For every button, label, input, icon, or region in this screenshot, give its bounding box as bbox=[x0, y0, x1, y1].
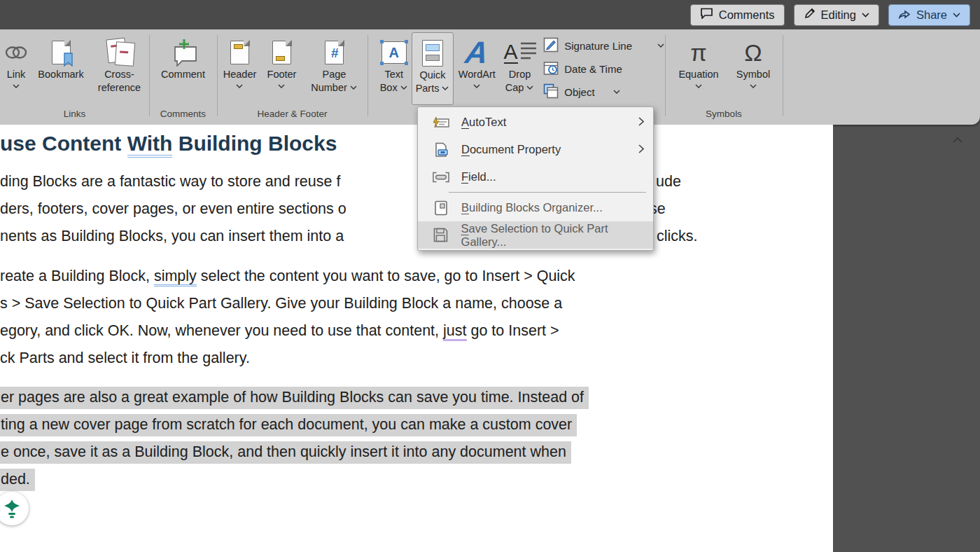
quick-parts-dropdown-menu: AutoText Document Property Field... Buil… bbox=[417, 106, 654, 251]
menu-item-field[interactable]: Field... bbox=[418, 163, 653, 191]
wordart-button[interactable]: A WordArt bbox=[454, 32, 500, 105]
heading-grammar-flagged-word: With bbox=[127, 132, 173, 158]
equation-pi-icon: π bbox=[690, 41, 706, 64]
chevron-down-icon bbox=[750, 84, 757, 89]
submenu-arrow-icon bbox=[638, 143, 644, 156]
object-button[interactable]: Object bbox=[543, 82, 665, 102]
bookmark-button[interactable]: Bookmark bbox=[32, 32, 90, 105]
comment-button-label: Comment bbox=[161, 68, 205, 81]
chevron-down-icon bbox=[400, 85, 408, 90]
para1-line2: ders, footers, cover pages, or even enti… bbox=[0, 200, 346, 218]
chevron-down-icon bbox=[695, 84, 703, 89]
building-blocks-organizer-icon bbox=[433, 200, 449, 216]
text-box-icon: A bbox=[382, 37, 407, 68]
date-time-icon bbox=[543, 60, 559, 78]
chevron-down-icon bbox=[350, 85, 358, 90]
ribbon-group-comments: Comment Comments bbox=[149, 32, 217, 122]
new-comment-icon bbox=[168, 37, 199, 68]
chevron-down-icon bbox=[473, 84, 481, 89]
title-bar: Comments Editing Share bbox=[0, 0, 980, 29]
date-time-button[interactable]: Date & Time bbox=[543, 59, 665, 79]
submenu-arrow-icon bbox=[638, 116, 644, 129]
page-number-label-line1: Page bbox=[323, 68, 346, 81]
link-icon bbox=[4, 37, 29, 68]
bookmark-button-label: Bookmark bbox=[38, 68, 83, 81]
signature-line-button[interactable]: Signature Line bbox=[543, 36, 665, 56]
drop-cap-button[interactable]: A Drop Cap bbox=[500, 32, 539, 105]
link-button-label: Link bbox=[7, 68, 26, 81]
para1-line1-right-fragment: ude bbox=[656, 173, 681, 191]
text-box-label-line1: Text bbox=[384, 68, 403, 81]
header-icon bbox=[230, 37, 249, 68]
pencil-icon bbox=[804, 8, 816, 22]
chevron-down-icon bbox=[236, 84, 244, 89]
quick-parts-label-line2: Parts bbox=[416, 82, 440, 95]
symbol-button[interactable]: Ω Symbol bbox=[728, 32, 778, 105]
chevron-down-icon bbox=[657, 43, 665, 48]
para2-line3: egory, and click OK. Now, whenever you n… bbox=[0, 322, 559, 340]
comments-button[interactable]: Comments bbox=[690, 4, 785, 26]
cross-reference-label-line2: reference bbox=[98, 81, 141, 95]
para1-line3: nents as Building Blocks, you can insert… bbox=[0, 228, 344, 245]
footer-button-label: Footer bbox=[267, 68, 297, 81]
menu-item-label: Field... bbox=[461, 170, 496, 184]
menu-item-document-property[interactable]: Document Property bbox=[418, 136, 653, 163]
text-group-stack: Signature Line Date & Time Object bbox=[539, 32, 665, 105]
collapse-ribbon-button[interactable] bbox=[949, 133, 966, 146]
dropcap-a-glyph: A bbox=[504, 41, 518, 64]
field-icon bbox=[433, 172, 449, 183]
date-time-label: Date & Time bbox=[564, 63, 622, 75]
text-box-button[interactable]: A Text Box bbox=[376, 32, 412, 105]
page-number-icon: # bbox=[325, 37, 344, 68]
heading-text: use Content bbox=[0, 132, 127, 155]
editing-button-label: Editing bbox=[821, 8, 856, 22]
quick-parts-icon bbox=[422, 38, 443, 69]
document-page[interactable]: use Content With Building Blocks ding Bl… bbox=[0, 125, 833, 552]
document-heading: use Content With Building Blocks bbox=[0, 132, 337, 156]
para1-line1: ding Blocks are a fantastic way to store… bbox=[0, 173, 340, 191]
page-number-button[interactable]: # Page Number bbox=[303, 32, 366, 105]
symbol-button-label: Symbol bbox=[736, 68, 770, 81]
menu-item-autotext[interactable]: AutoText bbox=[418, 109, 653, 136]
group-label-header-footer: Header & Footer bbox=[217, 109, 368, 119]
menu-item-label: Document Property bbox=[461, 143, 561, 156]
page-number-label-line2: Number bbox=[311, 81, 347, 95]
editing-mode-button[interactable]: Editing bbox=[794, 4, 879, 26]
para3-line1-selected: er pages are also a great example of how… bbox=[0, 389, 589, 406]
signature-line-label: Signature Line bbox=[564, 40, 632, 52]
cross-reference-button[interactable]: Cross- reference bbox=[90, 32, 149, 105]
quick-parts-button[interactable]: Quick Parts bbox=[412, 32, 453, 105]
lightbulb-icon bbox=[3, 499, 21, 518]
chevron-down-icon bbox=[13, 84, 20, 89]
chevron-down-icon bbox=[278, 84, 286, 89]
menu-item-building-blocks-organizer[interactable]: Building Blocks Organizer... bbox=[418, 194, 653, 221]
symbol-omega-icon: Ω bbox=[744, 41, 762, 64]
footer-icon bbox=[272, 37, 291, 68]
equation-button[interactable]: π Equation bbox=[669, 32, 728, 105]
link-button[interactable]: Link bbox=[0, 32, 32, 105]
comment-button[interactable]: Comment bbox=[151, 32, 216, 105]
editor-lightbulb-button[interactable] bbox=[0, 492, 29, 525]
para3-line4-selected: ded. bbox=[0, 471, 35, 488]
menu-item-save-selection-to-quick-part-gallery[interactable]: Save Selection to Quick Part Gallery... bbox=[418, 221, 653, 249]
group-separator bbox=[783, 35, 783, 116]
share-button-label: Share bbox=[916, 8, 947, 22]
header-button[interactable]: Header bbox=[219, 32, 261, 105]
wordart-icon: A bbox=[465, 37, 488, 68]
chevron-down-icon bbox=[613, 90, 621, 95]
autotext-icon bbox=[433, 116, 449, 129]
object-label: Object bbox=[564, 86, 594, 98]
wordart-button-label: WordArt bbox=[458, 68, 496, 81]
menu-item-label: AutoText bbox=[461, 116, 506, 129]
quick-parts-label-line1: Quick bbox=[420, 69, 446, 82]
chevron-down-icon bbox=[526, 85, 534, 90]
share-button[interactable]: Share bbox=[888, 4, 970, 26]
bookmark-icon bbox=[52, 37, 71, 68]
save-icon bbox=[433, 228, 449, 242]
group-label-comments: Comments bbox=[149, 109, 217, 119]
chevron-down-icon bbox=[442, 86, 449, 91]
group-label-symbols: Symbols bbox=[665, 109, 783, 119]
ribbon-group-symbols: π Equation Ω Symbol Symbols bbox=[665, 32, 783, 122]
hash-glyph: # bbox=[331, 46, 339, 61]
footer-button[interactable]: Footer bbox=[261, 32, 303, 105]
